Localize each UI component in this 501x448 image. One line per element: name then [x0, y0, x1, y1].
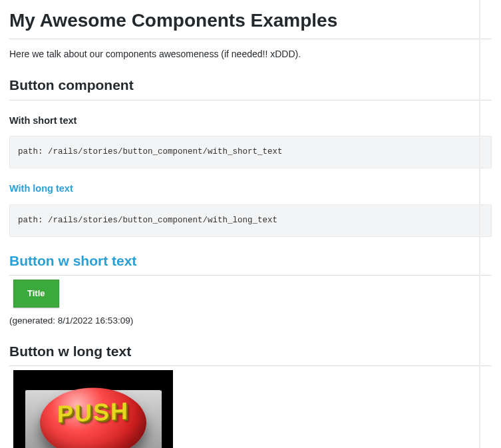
code-block-short-path: path: /rails/stories/button_component/wi… — [9, 136, 492, 168]
page-title: My Awesome Components Examples — [9, 7, 492, 39]
page-intro: Here we talk about our components awesom… — [9, 47, 492, 61]
example-short-preview: Title — [13, 280, 492, 308]
section-button-w-long-text: Button w long text — [9, 341, 492, 367]
code-block-long-path: path: /rails/stories/button_component/wi… — [9, 204, 492, 237]
panel-divider — [479, 0, 480, 448]
section-button-w-short-text-link[interactable]: Button w short text — [9, 250, 492, 276]
title-button[interactable]: Title — [13, 280, 59, 308]
subsection-with-long-text-link[interactable]: With long text — [9, 182, 492, 196]
section-button-component: Button component — [9, 75, 492, 101]
generated-timestamp-short: (generated: 8/1/2022 16:53:09) — [9, 314, 492, 328]
example-long-preview: PUSH — [13, 370, 173, 448]
push-button-label: PUSH — [57, 393, 129, 433]
subsection-with-short-text: With short text — [9, 114, 492, 128]
